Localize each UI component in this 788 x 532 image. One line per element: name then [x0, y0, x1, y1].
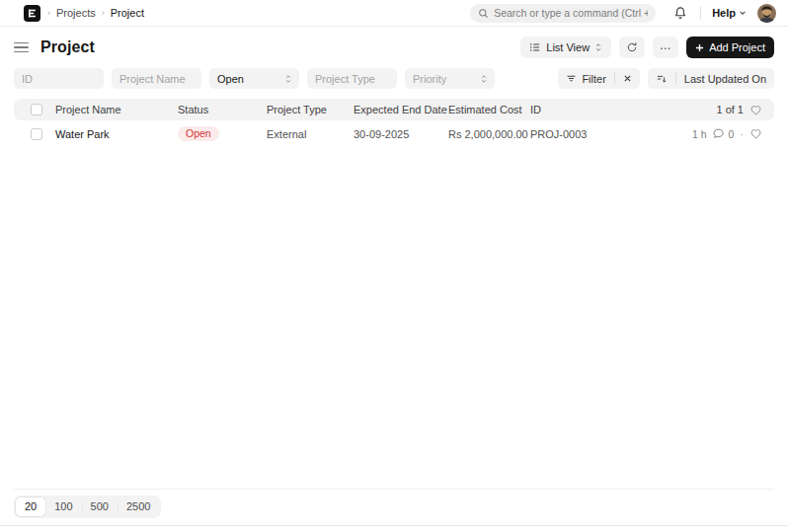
avatar-image	[757, 4, 776, 23]
page-size-100[interactable]: 100	[45, 497, 81, 516]
column-header-id[interactable]: ID	[521, 104, 716, 115]
status-badge: Open	[178, 126, 219, 142]
filter-bar-right: Filter Last Updated On	[558, 68, 774, 89]
result-count: 1 of 1	[716, 104, 744, 115]
notifications-button[interactable]	[671, 6, 689, 20]
filter-button-label: Filter	[582, 73, 605, 85]
filter-status-value: Open	[217, 73, 244, 85]
breadcrumb-chevron-icon: ›	[102, 8, 105, 18]
close-icon	[623, 74, 632, 83]
page-size-500[interactable]: 500	[82, 497, 118, 516]
navbar-divider	[700, 6, 701, 20]
page-size-selector: 20 100 500 2500	[14, 495, 161, 518]
help-label: Help	[712, 7, 736, 19]
plus-icon	[695, 43, 704, 52]
menu-button[interactable]: …	[653, 37, 678, 58]
column-header-project-name[interactable]: Project Name	[55, 104, 178, 115]
row-modified-time: 1 h	[692, 128, 707, 140]
filter-priority-select[interactable]: Priority	[405, 68, 495, 89]
row-project-type: External	[267, 128, 354, 140]
filter-button-group: Filter	[558, 68, 639, 89]
navbar-right: Help	[470, 4, 776, 23]
table-header: Project Name Status Project Type Expecte…	[14, 99, 774, 120]
add-project-button[interactable]: Add Project	[686, 37, 774, 58]
row-expected-end-date: 30-09-2025	[354, 128, 448, 140]
row-checkbox[interactable]	[31, 128, 42, 140]
breadcrumb-project[interactable]: Project	[111, 7, 144, 19]
filter-bar: Open Priority Filter	[14, 68, 774, 89]
sort-button-group: Last Updated On	[648, 68, 774, 89]
erpnext-logo-icon	[24, 5, 40, 22]
breadcrumb-projects[interactable]: Projects	[56, 7, 96, 19]
sort-field-label: Last Updated On	[684, 73, 766, 85]
table-row[interactable]: Water Park Open External 30-09-2025 Rs 2…	[14, 120, 774, 147]
filter-status-select[interactable]: Open	[209, 68, 299, 89]
column-header-estimated-cost[interactable]: Estimated Cost	[448, 104, 521, 115]
refresh-button[interactable]	[619, 37, 645, 58]
column-header-project-type[interactable]: Project Type	[267, 104, 354, 115]
filter-id-input[interactable]	[14, 68, 104, 89]
user-avatar[interactable]	[757, 4, 776, 23]
view-switcher-button[interactable]: List View	[520, 37, 611, 58]
list-view-icon	[529, 41, 541, 53]
refresh-icon	[626, 41, 638, 53]
page-title: Project	[40, 38, 95, 56]
row-project-name[interactable]: Water Park	[55, 128, 178, 140]
select-chevrons-icon	[594, 42, 602, 52]
sort-icon	[656, 73, 668, 85]
bell-icon	[673, 6, 687, 20]
row-comments-button[interactable]: 0	[712, 127, 734, 140]
sort-direction-button[interactable]	[648, 68, 675, 89]
page-actions: List View … Add Project	[520, 37, 774, 58]
select-all-checkbox[interactable]	[31, 104, 42, 115]
filter-lines-icon	[566, 73, 577, 84]
main-content: Project List View … Add Project	[0, 27, 788, 525]
help-menu-button[interactable]: Help	[712, 7, 747, 19]
select-chevrons-icon	[480, 74, 488, 84]
comment-icon	[712, 127, 725, 140]
filter-project-name-input[interactable]	[112, 68, 201, 89]
ellipsis-icon: …	[660, 39, 672, 51]
view-switcher-label: List View	[546, 41, 590, 53]
app-window: › Projects › Project Help	[0, 0, 788, 526]
empty-space	[14, 147, 774, 489]
row-comment-count: 0	[728, 128, 734, 140]
sort-field-button[interactable]: Last Updated On	[676, 68, 774, 89]
filter-button[interactable]: Filter	[558, 68, 613, 89]
row-estimated-cost: Rs 2,000,000.00	[448, 128, 521, 140]
heart-icon	[749, 104, 762, 116]
sidebar-toggle-button[interactable]	[14, 40, 29, 55]
filter-project-type-input[interactable]	[307, 68, 397, 89]
page-size-2500[interactable]: 2500	[118, 497, 159, 516]
column-header-expected-end-date[interactable]: Expected End Date	[354, 104, 448, 115]
row-id: PROJ-0003	[521, 128, 692, 140]
list-footer: 20 100 500 2500	[14, 489, 774, 525]
row-like-button[interactable]	[749, 127, 762, 140]
search-icon	[478, 8, 489, 19]
page-size-20[interactable]: 20	[16, 497, 45, 516]
like-filter-button[interactable]	[749, 104, 762, 116]
select-chevrons-icon	[284, 74, 292, 84]
global-search[interactable]	[470, 4, 656, 23]
breadcrumb-chevron-icon: ›	[47, 8, 50, 18]
column-header-status[interactable]: Status	[178, 104, 267, 115]
meta-separator: ·	[740, 128, 744, 140]
clear-filter-button[interactable]	[615, 68, 640, 89]
page-header: Project List View … Add Project	[14, 37, 774, 58]
filter-priority-placeholder: Priority	[413, 73, 446, 85]
add-project-label: Add Project	[709, 41, 765, 53]
search-input[interactable]	[494, 7, 648, 19]
app-logo[interactable]	[23, 4, 41, 23]
heart-icon	[749, 127, 762, 140]
chevron-down-icon	[739, 9, 747, 17]
top-navbar: › Projects › Project Help	[0, 0, 788, 27]
